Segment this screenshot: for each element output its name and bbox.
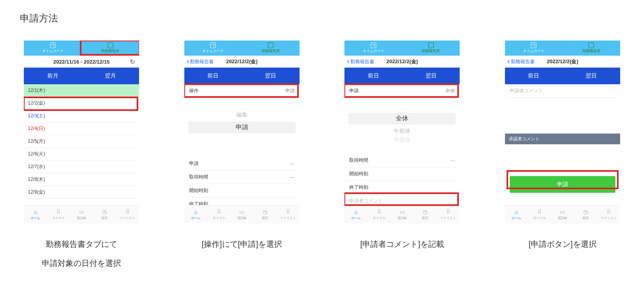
book-icon: ▭ (78, 209, 85, 215)
clock-icon (371, 43, 376, 48)
back-button[interactable]: 勤務報告書 (347, 58, 374, 65)
people-icon: ⠿ (445, 209, 451, 215)
dock-home[interactable]: ⌂ホーム (24, 206, 47, 223)
date-row[interactable]: 12/9(金) (24, 186, 139, 199)
apply-row[interactable]: 申請 全休 (344, 84, 460, 98)
tab-timecard[interactable]: タイムカード (24, 41, 81, 56)
prev-month-button[interactable]: 前月 (24, 68, 81, 84)
dock-phonebook[interactable]: ▭電話帳 (70, 206, 93, 223)
tab-timecard[interactable]: タイムカード (344, 41, 402, 56)
tab-work-report[interactable]: 勤務報告書 (563, 41, 620, 56)
dock-mylist[interactable]: ⠿マイリスト (597, 206, 620, 223)
book-icon: ▭ (559, 209, 566, 215)
date-row[interactable]: 12/8(木) (24, 173, 139, 186)
history-icon: ◷ (101, 209, 108, 215)
clock-icon (210, 43, 216, 48)
caption-3: [申請者コメント]を記載 (360, 235, 444, 254)
book-icon: ▭ (239, 209, 245, 215)
picker-dash-icon: - - - (348, 106, 456, 111)
applicant-comment-field[interactable]: 申請者コメント (505, 84, 620, 98)
report-icon (268, 43, 273, 48)
dial-icon: ⠿ (55, 209, 62, 215)
dock-dial[interactable]: ⠿ダイヤル (207, 206, 230, 223)
caption-4: [申請ボタン]を選択 (528, 235, 596, 254)
screenshot-4: タイムカード 勤務報告書 勤務報告書 2022/12/2(金) 前日 翌日 申請… (505, 41, 620, 223)
apply-label: 申請 (349, 87, 359, 94)
home-icon: ⌂ (32, 209, 39, 215)
dock-history[interactable]: ◷履歴 (414, 206, 437, 223)
report-icon (428, 43, 434, 48)
header-date: 2022/12/2(金) (226, 58, 258, 65)
screenshot-3: タイムカード 勤務報告書 勤務報告書 2022/12/2(金) 前日 翌日 (344, 41, 460, 223)
dock-home[interactable]: ⌂ホーム (505, 206, 528, 223)
tab-work-report[interactable]: 勤務報告書 (402, 41, 460, 56)
history-icon: ◷ (582, 209, 589, 215)
tab-work-report[interactable]: 勤務報告書 (242, 41, 300, 56)
clock-icon (50, 43, 56, 48)
caption-1: 勤務報告書タブにて 申請対象の日付を選択 (42, 235, 121, 273)
next-month-button[interactable]: 翌月 (81, 68, 139, 84)
field-row[interactable]: 申請--- (184, 157, 300, 171)
date-row[interactable]: 12/6(火) (24, 148, 139, 161)
tab-work-report[interactable]: 勤務報告書 (81, 41, 139, 56)
dock-home[interactable]: ⌂ホーム (184, 206, 207, 223)
prev-day-button[interactable]: 前日 (505, 68, 563, 84)
approver-comment-header: 承認者コメント (505, 134, 620, 144)
dock-phonebook[interactable]: ▭電話帳 (391, 206, 414, 223)
dial-icon: ⠿ (216, 209, 222, 215)
refresh-icon[interactable]: ↻ (130, 58, 135, 66)
field-row[interactable]: 取得時間--- (184, 171, 300, 184)
book-icon: ▭ (399, 209, 405, 215)
dock-phonebook[interactable]: ▭電話帳 (230, 206, 253, 223)
dock-dial[interactable]: ⠿ダイヤル (367, 206, 391, 223)
field-row[interactable]: 開始時刻 (184, 184, 300, 198)
action-picker[interactable]: - - - 編集 申請 (184, 98, 300, 147)
apply-value: 全休 (445, 87, 455, 94)
tab-timecard[interactable]: タイムカード (184, 41, 242, 56)
screenshot-1: タイムカード 勤務報告書 2022/11/16 - 2022/12/15 ↻ 前… (24, 41, 139, 223)
dock-mylist[interactable]: ⠿マイリスト (437, 206, 460, 223)
field-row[interactable]: 終了時刻 (344, 181, 460, 194)
date-row[interactable]: 12/3(土) (24, 110, 139, 122)
next-day-button[interactable]: 翌日 (402, 68, 460, 84)
page-title: 申請方法 (20, 12, 628, 25)
dock-phonebook[interactable]: ▭電話帳 (551, 206, 574, 223)
people-icon: ⠿ (605, 209, 612, 215)
field-row[interactable]: 取得時間--- (344, 154, 460, 167)
date-row[interactable]: 12/7(水) (24, 161, 139, 173)
date-row[interactable]: 12/5(月) (24, 135, 139, 148)
back-button[interactable]: 勤務報告書 (187, 58, 214, 65)
dock-history[interactable]: ◷履歴 (253, 206, 277, 223)
date-row[interactable]: 12/2(金) (24, 97, 139, 110)
dock-history[interactable]: ◷履歴 (93, 206, 116, 223)
dial-icon: ⠿ (376, 209, 382, 215)
prev-day-button[interactable]: 前日 (184, 68, 242, 84)
dock-home[interactable]: ⌂ホーム (344, 206, 367, 223)
home-icon: ⌂ (353, 209, 359, 215)
date-row[interactable]: 12/4(日) (24, 122, 139, 135)
next-day-button[interactable]: 翌日 (563, 68, 620, 84)
date-row[interactable]: 12/1(木) (24, 84, 139, 97)
date-list: 12/1(木)12/2(金)12/3(土)12/4(日)12/5(月)12/6(… (24, 84, 139, 223)
dock-mylist[interactable]: ⠿マイリスト (116, 206, 139, 223)
date-range: 2022/11/16 - 2022/12/15 (53, 59, 110, 65)
tab-timecard-label: タイムカード (42, 48, 64, 54)
history-icon: ◷ (422, 209, 428, 215)
dock-dial[interactable]: ⠿ダイヤル (528, 206, 551, 223)
picker-dash-icon: - - - (188, 106, 296, 111)
prev-day-button[interactable]: 前日 (344, 68, 402, 84)
submit-button[interactable]: 申請 (510, 176, 615, 193)
back-button[interactable]: 勤務報告書 (507, 58, 535, 65)
clock-icon (531, 43, 536, 48)
field-row[interactable]: 開始時刻 (344, 167, 460, 181)
leave-picker[interactable]: - - - 全休 午前休 午後休 (344, 98, 460, 148)
operation-row[interactable]: 操作 申請 (184, 84, 300, 98)
people-icon: ⠿ (285, 209, 291, 215)
dock-dial[interactable]: ⠿ダイヤル (47, 206, 70, 223)
next-day-button[interactable]: 翌日 (242, 68, 300, 84)
home-icon: ⌂ (513, 209, 520, 215)
header-date: 2022/12/2(金) (387, 58, 418, 65)
tab-timecard[interactable]: タイムカード (505, 41, 563, 56)
dock-history[interactable]: ◷履歴 (574, 206, 597, 223)
dock-mylist[interactable]: ⠿マイリスト (277, 206, 300, 223)
